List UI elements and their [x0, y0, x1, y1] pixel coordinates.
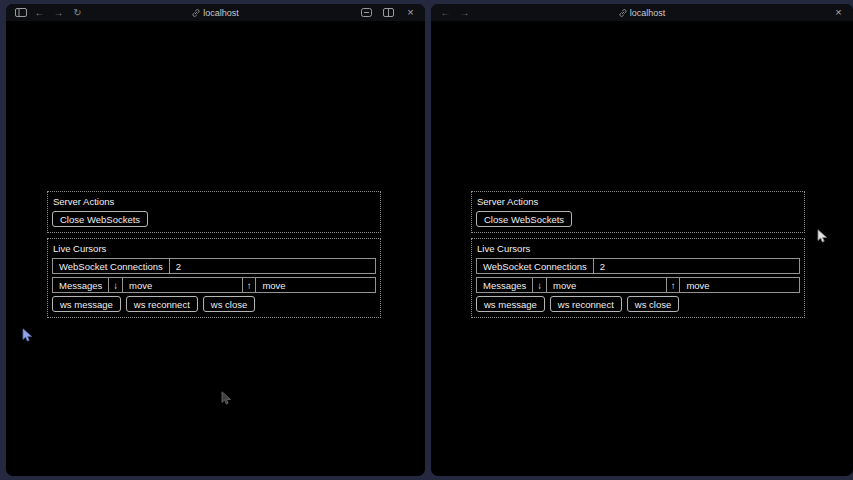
arrow-down-icon: ↓ — [533, 278, 547, 292]
sidebar-toggle-icon[interactable] — [14, 6, 27, 19]
live-cursors-fieldset: Live Cursors WebSocket Connections 2 Mes… — [47, 238, 381, 318]
server-actions-fieldset: Server Actions Close WebSockets — [47, 191, 381, 233]
live-cursors-legend: Live Cursors — [52, 242, 376, 258]
arrow-down-icon: ↓ — [109, 278, 123, 292]
reader-icon[interactable] — [360, 6, 373, 19]
connections-label: WebSocket Connections — [53, 259, 170, 273]
live-cursors-fieldset: Live Cursors WebSocket Connections 2 Mes… — [471, 238, 805, 318]
incoming-message-value: move — [123, 278, 243, 292]
messages-label: Messages — [477, 278, 533, 292]
connections-row: WebSocket Connections 2 — [52, 258, 376, 274]
browser-window-right: ← → localhost × Server Actions Close Web… — [431, 4, 853, 476]
address-title: localhost — [431, 4, 853, 21]
back-icon[interactable]: ← — [33, 6, 46, 19]
incoming-message-value: move — [547, 278, 667, 292]
arrow-up-icon: ↑ — [667, 278, 681, 292]
close-websockets-button[interactable]: Close WebSockets — [476, 211, 572, 227]
forward-icon[interactable]: → — [458, 6, 471, 19]
ws-close-button[interactable]: ws close — [627, 296, 679, 312]
close-websockets-button[interactable]: Close WebSockets — [52, 211, 148, 227]
messages-row: Messages ↓ move ↑ move — [52, 277, 376, 293]
titlebar-right: ← → localhost × — [431, 4, 853, 21]
server-actions-legend: Server Actions — [476, 195, 800, 211]
link-icon — [192, 9, 200, 17]
connections-value: 2 — [170, 259, 375, 273]
browser-window-left: ← → ↻ localhost × Server Actions Close W… — [6, 4, 425, 476]
link-icon — [619, 9, 627, 17]
ws-message-button[interactable]: ws message — [476, 296, 545, 312]
connections-label: WebSocket Connections — [477, 259, 594, 273]
arrow-up-icon: ↑ — [243, 278, 257, 292]
ws-reconnect-button[interactable]: ws reconnect — [550, 296, 622, 312]
live-cursors-legend: Live Cursors — [476, 242, 800, 258]
back-icon[interactable]: ← — [439, 6, 452, 19]
desktop: { "windows": { "left": { "title": "local… — [0, 0, 853, 480]
reload-icon[interactable]: ↻ — [71, 6, 84, 19]
server-actions-legend: Server Actions — [52, 195, 376, 211]
server-actions-fieldset: Server Actions Close WebSockets — [471, 191, 805, 233]
page-title: localhost — [203, 8, 239, 18]
page-title: localhost — [630, 8, 666, 18]
page-content: Server Actions Close WebSockets Live Cur… — [47, 191, 381, 318]
ws-buttons-row: ws message ws reconnect ws close — [52, 296, 376, 312]
connections-row: WebSocket Connections 2 — [476, 258, 800, 274]
messages-label: Messages — [53, 278, 109, 292]
page-content: Server Actions Close WebSockets Live Cur… — [471, 191, 805, 318]
titlebar-left: ← → ↻ localhost × — [6, 4, 425, 21]
split-view-icon[interactable] — [382, 6, 395, 19]
connections-value: 2 — [594, 259, 799, 273]
ws-reconnect-button[interactable]: ws reconnect — [126, 296, 198, 312]
ws-message-button[interactable]: ws message — [52, 296, 121, 312]
close-icon[interactable]: × — [832, 6, 845, 19]
outgoing-message-value: move — [680, 278, 799, 292]
close-icon[interactable]: × — [404, 6, 417, 19]
ws-buttons-row: ws message ws reconnect ws close — [476, 296, 800, 312]
forward-icon[interactable]: → — [52, 6, 65, 19]
messages-row: Messages ↓ move ↑ move — [476, 277, 800, 293]
outgoing-message-value: move — [256, 278, 375, 292]
ws-close-button[interactable]: ws close — [203, 296, 255, 312]
